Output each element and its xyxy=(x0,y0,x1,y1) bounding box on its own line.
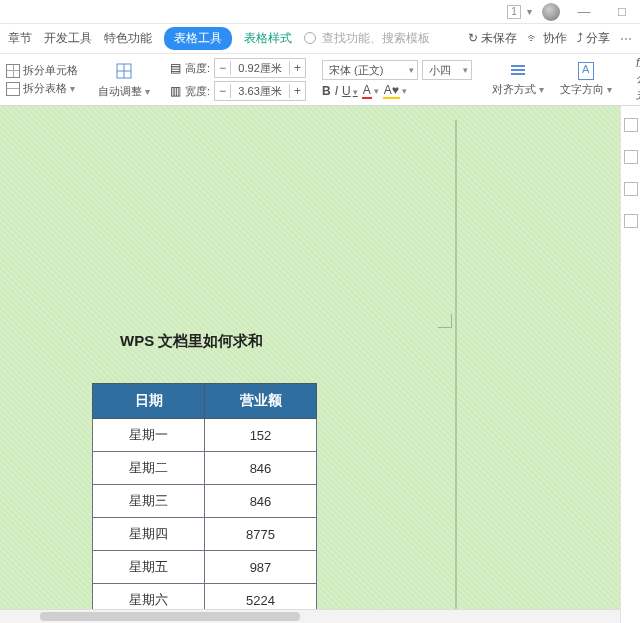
page-indicator: 1 xyxy=(507,5,521,19)
col-width-icon: ▥ xyxy=(170,84,181,98)
formula-button[interactable]: fx 公式 xyxy=(632,56,640,104)
split-table-icon xyxy=(6,82,20,96)
menu-bar: 章节 开发工具 特色功能 表格工具 表格样式 查找功能、搜索模板 ↻ 未保存 ᯤ… xyxy=(0,24,640,54)
table-row: 星期一152 xyxy=(93,419,317,452)
col-header-revenue[interactable]: 营业额 xyxy=(205,384,317,419)
unsaved-indicator[interactable]: ↻ 未保存 xyxy=(468,30,517,47)
menu-item-tablestyle[interactable]: 表格样式 xyxy=(244,30,292,47)
height-plus-button[interactable]: + xyxy=(289,61,305,75)
width-minus-button[interactable]: − xyxy=(215,84,231,98)
page-edge xyxy=(455,120,457,623)
window-titlebar: 1 ▾ — □ xyxy=(0,0,640,24)
right-sidebar xyxy=(620,106,640,623)
maximize-button[interactable]: □ xyxy=(608,4,636,19)
align-icon xyxy=(509,62,527,80)
collab-button[interactable]: ᯤ 协作 xyxy=(527,30,566,47)
search-icon xyxy=(304,32,318,46)
font-color-icon: A xyxy=(362,83,372,99)
scrollbar-thumb[interactable] xyxy=(40,612,300,621)
table-row: 星期二846 xyxy=(93,452,317,485)
width-label: 宽度: xyxy=(185,84,210,99)
bold-button[interactable]: B xyxy=(322,84,331,98)
document-canvas[interactable]: WPS 文档里如何求和 日期 营业额 星期一152 星期二846 星期三846 … xyxy=(0,106,620,623)
ribbon-toolbar: 拆分单元格 拆分表格 ▾ 自动调整 ▾ ▤ 高度: − 0.92厘米 + ▥ 宽… xyxy=(0,54,640,106)
sidebar-tool-1[interactable] xyxy=(624,118,638,132)
height-minus-button[interactable]: − xyxy=(215,61,231,75)
more-icon[interactable]: ⋯ xyxy=(620,32,632,46)
fx-icon: fx 公式 xyxy=(636,56,640,104)
width-plus-button[interactable]: + xyxy=(289,84,305,98)
split-table-button[interactable]: 拆分表格 ▾ xyxy=(6,81,78,96)
underline-button[interactable]: U xyxy=(342,84,358,98)
menu-item-feature[interactable]: 特色功能 xyxy=(104,30,152,47)
search-placeholder: 查找功能、搜索模板 xyxy=(322,30,430,47)
text-direction-icon xyxy=(578,62,594,80)
font-color-button[interactable]: A xyxy=(362,83,379,99)
font-name-combo[interactable]: 宋体 (正文) xyxy=(322,60,418,80)
align-button[interactable]: 对齐方式 ▾ xyxy=(488,62,548,97)
menu-item-section[interactable]: 章节 xyxy=(8,30,32,47)
crop-mark-icon xyxy=(438,314,452,328)
highlight-icon: A♥ xyxy=(383,83,400,99)
chevron-down-icon[interactable]: ▾ xyxy=(527,6,532,17)
height-value[interactable]: 0.92厘米 xyxy=(231,61,289,76)
italic-button[interactable]: I xyxy=(335,84,338,98)
highlight-button[interactable]: A♥ xyxy=(383,83,407,99)
width-spinner[interactable]: − 3.63厘米 + xyxy=(214,81,306,101)
split-cell-button[interactable]: 拆分单元格 xyxy=(6,63,78,78)
sidebar-tool-3[interactable] xyxy=(624,182,638,196)
table-row: 星期三846 xyxy=(93,485,317,518)
menu-item-tabletools[interactable]: 表格工具 xyxy=(164,27,232,50)
share-button[interactable]: ⤴ 分享 xyxy=(577,30,610,47)
sidebar-tool-4[interactable] xyxy=(624,214,638,228)
auto-adjust-icon xyxy=(113,60,135,82)
menu-item-devtools[interactable]: 开发工具 xyxy=(44,30,92,47)
width-value[interactable]: 3.63厘米 xyxy=(231,84,289,99)
search-box[interactable]: 查找功能、搜索模板 xyxy=(304,30,430,47)
data-table[interactable]: 日期 营业额 星期一152 星期二846 星期三846 星期四8775 星期五9… xyxy=(92,383,317,623)
height-spinner[interactable]: − 0.92厘米 + xyxy=(214,58,306,78)
table-row: 星期五987 xyxy=(93,551,317,584)
document-title: WPS 文档里如何求和 xyxy=(120,332,263,351)
row-height-icon: ▤ xyxy=(170,61,181,75)
table-row: 星期四8775 xyxy=(93,518,317,551)
height-label: 高度: xyxy=(185,61,210,76)
minimize-button[interactable]: — xyxy=(570,4,598,19)
text-direction-button[interactable]: 文字方向 ▾ xyxy=(556,62,616,97)
col-header-date[interactable]: 日期 xyxy=(93,384,205,419)
avatar[interactable] xyxy=(542,3,560,21)
sidebar-tool-2[interactable] xyxy=(624,150,638,164)
font-size-combo[interactable]: 小四 xyxy=(422,60,472,80)
split-cell-icon xyxy=(6,64,20,78)
auto-adjust-button[interactable]: 自动调整 ▾ xyxy=(94,60,154,99)
horizontal-scrollbar[interactable] xyxy=(0,609,620,623)
